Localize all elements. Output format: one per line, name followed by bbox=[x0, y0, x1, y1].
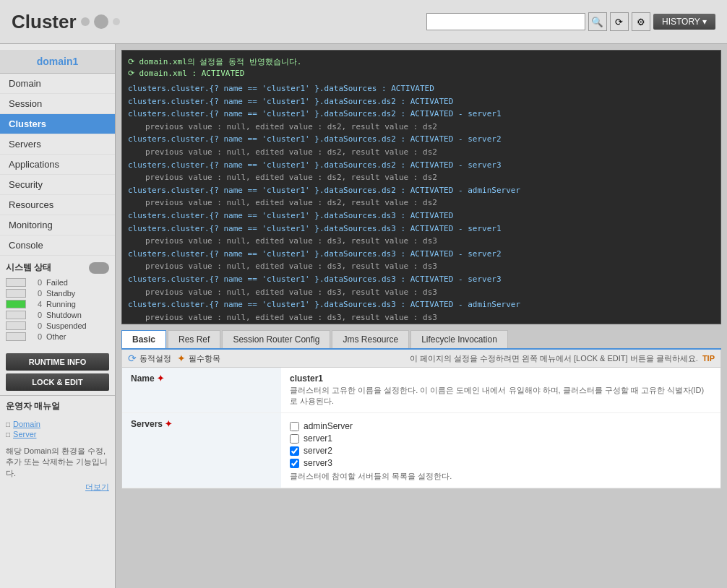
log-line-2: clusters.cluster.{? name == 'cluster1' }… bbox=[128, 95, 715, 108]
checkbox-server3[interactable] bbox=[290, 459, 299, 468]
system-status-title: 시스템 상태 bbox=[6, 261, 51, 274]
log-line-10: previous value : null, edited value : ds… bbox=[128, 196, 715, 209]
log-line-6: previous value : null, edited value : ds… bbox=[128, 146, 715, 159]
server3-label: server3 bbox=[304, 458, 332, 468]
servers-row: Servers ✦ adminServer server1 bbox=[122, 413, 720, 488]
failed-label: Failed bbox=[46, 278, 68, 287]
nav-servers[interactable]: Servers bbox=[0, 134, 115, 155]
nav-monitoring[interactable]: Monitoring bbox=[0, 215, 115, 235]
more-link[interactable]: 더보기 bbox=[85, 483, 109, 491]
search-button[interactable]: 🔍 bbox=[588, 12, 607, 31]
status-toggle[interactable] bbox=[89, 262, 109, 274]
nav-resources[interactable]: Resources bbox=[0, 195, 115, 215]
toolbar-left: ⟳ 동적설정 bbox=[128, 353, 171, 364]
checkbox-adminserver[interactable] bbox=[290, 422, 299, 431]
manager-title: 운영자 매뉴얼 bbox=[6, 400, 109, 412]
settings-button[interactable]: ⚙ bbox=[632, 12, 650, 31]
log-area: ⟳ domain.xml의 설정을 동적 반영했습니다. ⟳ domain.xm… bbox=[121, 50, 721, 324]
logo-dot3 bbox=[113, 18, 120, 25]
tab-lifecycle-invocation[interactable]: Lifecycle Invocation bbox=[410, 330, 508, 348]
log-line-19: previous value : null, edited value : ds… bbox=[128, 311, 715, 324]
other-label: Other bbox=[46, 332, 66, 341]
log-line-3: clusters.cluster.{? name == 'cluster1' }… bbox=[128, 108, 715, 121]
domain-manager-link[interactable]: Domain bbox=[13, 420, 40, 428]
tab-basic[interactable]: Basic bbox=[121, 330, 166, 348]
server-manager-link[interactable]: Server bbox=[13, 430, 36, 438]
log-notification-2: ⟳ domain.xml : ACTIVATED bbox=[128, 69, 715, 78]
log-line-14: clusters.cluster.{? name == 'cluster1' }… bbox=[128, 248, 715, 261]
server-server1-row: server1 bbox=[290, 433, 712, 444]
shutdown-indicator bbox=[6, 311, 26, 319]
servers-required-star: ✦ bbox=[165, 419, 172, 429]
other-indicator bbox=[6, 332, 26, 341]
toolbar-notice: 이 페이지의 설정을 수정하려면 왼쪽 메뉴에서 [LOCK & EDIT] 버… bbox=[410, 353, 715, 364]
failed-count: 0 bbox=[30, 278, 42, 287]
logo-dot1 bbox=[81, 17, 90, 26]
nav-domain[interactable]: Domain bbox=[0, 74, 115, 94]
tip-label: TIP bbox=[702, 354, 715, 363]
other-count: 0 bbox=[30, 332, 42, 341]
name-value: cluster1 bbox=[290, 373, 712, 384]
lock-edit-button[interactable]: LOCK & EDIT bbox=[6, 373, 109, 391]
log-line-1: clusters.cluster.{? name == 'cluster1' }… bbox=[128, 82, 715, 95]
server-server3-row: server3 bbox=[290, 458, 712, 468]
nav-security[interactable]: Security bbox=[0, 175, 115, 195]
runtime-info-button[interactable]: RUNTIME INFO bbox=[6, 353, 109, 371]
suspended-label: Suspended bbox=[46, 321, 87, 330]
standby-label: Standby bbox=[46, 289, 75, 298]
log-line-12: clusters.cluster.{? name == 'cluster1' }… bbox=[128, 222, 715, 235]
name-desc: 클러스터의 고유한 이름을 설정한다. 이 이름은 도메인 내에서 유일해야 하… bbox=[290, 385, 712, 407]
log-line-4: previous value : null, edited value : ds… bbox=[128, 121, 715, 134]
sync-icon: ⟳ bbox=[128, 353, 137, 364]
running-count: 4 bbox=[30, 300, 42, 308]
log-line-7: clusters.cluster.{? name == 'cluster1' }… bbox=[128, 159, 715, 172]
nav-applications[interactable]: Applications bbox=[0, 155, 115, 175]
name-row: Name ✦ cluster1 클러스터의 고유한 이름을 설정한다. 이 이름… bbox=[122, 368, 720, 413]
nav-console[interactable]: Console bbox=[0, 235, 115, 256]
log-line-5: clusters.cluster.{? name == 'cluster1' }… bbox=[128, 133, 715, 146]
log-line-15: previous value : null, edited value : ds… bbox=[128, 260, 715, 273]
tab-session-router-config[interactable]: Session Router Config bbox=[222, 330, 330, 348]
manager-desc: 해당 Domain의 환경을 수정, 추가 또는 삭제하는 기능입니다. bbox=[6, 446, 109, 479]
shutdown-label: Shutdown bbox=[46, 311, 82, 319]
suspended-count: 0 bbox=[30, 321, 42, 330]
refresh-button[interactable]: ⟳ bbox=[610, 12, 629, 31]
running-label: Running bbox=[46, 300, 76, 308]
log-line-13: previous value : null, edited value : ds… bbox=[128, 235, 715, 248]
nav-clusters[interactable]: Clusters bbox=[0, 114, 115, 134]
servers-desc: 클러스터에 참여할 서버들의 목록을 설정한다. bbox=[290, 471, 712, 482]
server2-label: server2 bbox=[304, 446, 332, 456]
log-notification-1: ⟳ domain.xml의 설정을 동적 반영했습니다. bbox=[128, 56, 715, 67]
standby-indicator bbox=[6, 289, 26, 298]
logo-text: Cluster bbox=[12, 11, 77, 33]
domain-manager-icon: □ bbox=[6, 420, 10, 428]
server-adminserver-row: adminServer bbox=[290, 421, 712, 431]
log-line-18: clusters.cluster.{? name == 'cluster1' }… bbox=[128, 298, 715, 311]
logo: Cluster bbox=[12, 11, 120, 33]
shutdown-count: 0 bbox=[30, 311, 42, 319]
star-icon: ✦ bbox=[177, 353, 186, 364]
name-label-cell: Name ✦ bbox=[122, 368, 281, 413]
log-line-11: clusters.cluster.{? name == 'cluster1' }… bbox=[128, 209, 715, 222]
adminserver-label: adminServer bbox=[304, 421, 353, 431]
suspended-indicator bbox=[6, 321, 26, 330]
toolbar-dynamic-label: 동적설정 bbox=[139, 353, 171, 364]
nav-session[interactable]: Session bbox=[0, 94, 115, 114]
checkbox-server1[interactable] bbox=[290, 434, 299, 444]
search-input[interactable] bbox=[426, 13, 585, 30]
log-line-8: previous value : null, edited value : ds… bbox=[128, 171, 715, 184]
toolbar-required-label: 필수항목 bbox=[189, 353, 220, 364]
name-required-star: ✦ bbox=[157, 373, 164, 384]
log-line-9: clusters.cluster.{? name == 'cluster1' }… bbox=[128, 184, 715, 197]
log-line-17: previous value : null, edited value : ds… bbox=[128, 286, 715, 299]
tab-jms-resource[interactable]: Jms Resource bbox=[332, 330, 409, 348]
servers-label-cell: Servers ✦ bbox=[122, 413, 281, 488]
log-line-16: clusters.cluster.{? name == 'cluster1' }… bbox=[128, 273, 715, 286]
toolbar-required: ✦ 필수항목 bbox=[177, 353, 220, 364]
server1-label: server1 bbox=[304, 433, 332, 444]
failed-indicator bbox=[6, 278, 26, 287]
checkbox-server2[interactable] bbox=[290, 446, 299, 456]
history-button[interactable]: HISTORY ▾ bbox=[653, 14, 715, 30]
tab-res-ref[interactable]: Res Ref bbox=[168, 330, 220, 348]
domain-name: domain1 bbox=[0, 50, 115, 74]
